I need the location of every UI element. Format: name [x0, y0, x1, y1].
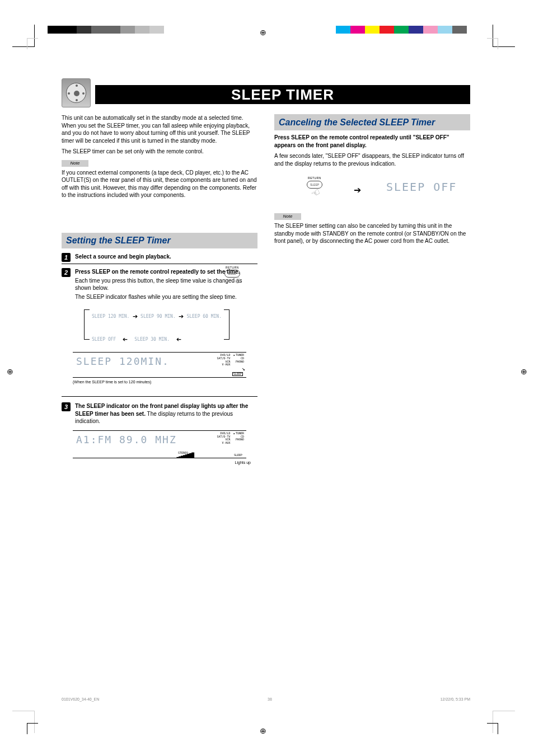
print-color-bar-right: [336, 26, 467, 34]
arrow-right-icon: ➔: [354, 184, 361, 196]
page-footer: 0101V620_34-40_EN 38 12/22/0, 5:33 PM: [62, 697, 470, 701]
crop-mark: [27, 723, 38, 734]
intro-text: This unit can be automatically set in th…: [62, 114, 257, 203]
right-column-body: Press SLEEP on the remote control repeat…: [274, 134, 470, 245]
page-title: SLEEP TIMER: [95, 85, 470, 104]
pointer-arrow-icon: ↘: [242, 365, 245, 372]
note-label: Note: [62, 160, 88, 167]
registration-mark-icon: ⊕: [260, 726, 266, 735]
crop-mark: [487, 38, 498, 49]
step-1: 1 Select a source and begin playback.: [62, 251, 257, 264]
sleep-indicator: SLEEP: [233, 454, 243, 457]
arrow-left-icon: ➔: [123, 336, 128, 343]
lcd-caption: Lights up: [73, 461, 251, 465]
sleep-cycle-diagram: SLEEP 120 MIN. ➔ SLEEP 90 MIN. ➔ SLEEP 6…: [84, 308, 229, 348]
arrow-right-icon: ➔: [133, 313, 138, 320]
arrow-right-icon: ➔: [179, 313, 184, 320]
sleep-off-display-text: SLEEP OFF: [386, 180, 457, 195]
sleep-button-graphic: RETURN SLEEP ☜: [218, 266, 246, 290]
registration-mark-icon: ⊕: [7, 367, 13, 376]
step-3: 3 The SLEEP indicator on the front panel…: [62, 400, 257, 427]
step-1-text: Select a source and begin playback.: [75, 253, 171, 260]
registration-mark-icon: ⊕: [521, 367, 527, 376]
note-label: Note: [274, 213, 301, 220]
step-number-icon: 2: [62, 268, 71, 277]
signal-bars-icon: ▁▂▃▄▅▆▇█: [176, 453, 194, 458]
sleep-off-diagram: RETURN SLEEP ☜ ➔ SLEEP OFF: [274, 176, 470, 208]
lcd-display-tuner: A1:FM 89.0 MHZ STEREO ▁▂▃▄▅▆▇█ DVD/LDTUN…: [73, 430, 246, 458]
lcd-caption: (When the SLEEP time is set to 120 minut…: [73, 380, 257, 384]
footer-timestamp: 12/22/0, 5:33 PM: [441, 697, 470, 701]
crop-mark: [27, 38, 38, 49]
sleep-indicator: SLEEP: [232, 372, 243, 376]
page-number: 38: [268, 697, 272, 701]
crop-mark: [487, 723, 498, 734]
arrow-left-icon: ➔: [176, 336, 181, 343]
footer-filename: 0101V620_34-40_EN: [62, 697, 99, 701]
lcd-display-sleep-120: SLEEP 120MIN. DVD/LDTUNER SAT/D-TVCD VCR…: [73, 352, 246, 378]
section-heading-canceling-timer: Canceling the Selected SLEEP Timer: [274, 114, 470, 130]
remote-control-icon: [62, 78, 91, 107]
step-2: 2 Press SLEEP on the remote control repe…: [62, 266, 257, 303]
registration-mark-icon: ⊕: [260, 28, 266, 37]
print-color-bar-left: [48, 26, 164, 34]
step-number-icon: 1: [62, 253, 71, 262]
step-2-text: Press SLEEP on the remote control repeat…: [75, 269, 240, 275]
section-heading-setting-timer: Setting the SLEEP Timer: [62, 233, 257, 248]
step-number-icon: 3: [62, 402, 71, 411]
